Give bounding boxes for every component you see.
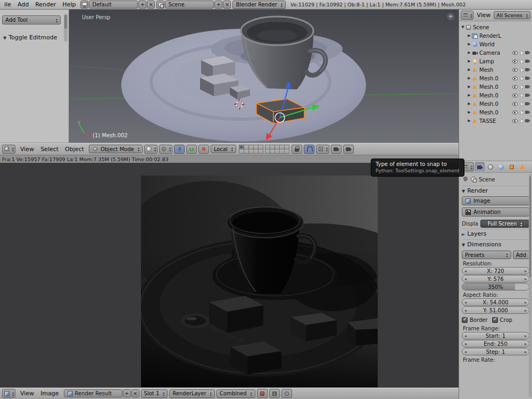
render-image-button[interactable]: Image: [462, 196, 529, 205]
frame-step-field[interactable]: Step: 1: [462, 348, 529, 355]
render-engine-dropdown[interactable]: Blender Render: [232, 1, 286, 9]
lock-to-scene-toggle[interactable]: [292, 145, 302, 154]
renderable-camera-icon[interactable]: [525, 101, 530, 106]
menu-item[interactable]: Add: [14, 1, 32, 8]
menu-item[interactable]: Help: [59, 1, 79, 8]
outliner-row[interactable]: Lamp: [459, 57, 532, 65]
visibility-eye-icon[interactable]: [512, 118, 518, 123]
expand-icon[interactable]: [467, 85, 472, 89]
screen-layout-close-button[interactable]: ×: [147, 1, 155, 9]
image-close-button[interactable]: ×: [131, 389, 139, 397]
image-add-button[interactable]: +: [123, 389, 131, 397]
render-slot-dropdown[interactable]: Slot 1: [141, 389, 168, 398]
selectable-arrow-icon[interactable]: [519, 93, 524, 98]
visibility-eye-icon[interactable]: [512, 76, 518, 81]
uv-image-editor[interactable]: [0, 163, 459, 387]
outliner-row[interactable]: Mesh.0: [459, 91, 532, 99]
selectable-arrow-icon[interactable]: [519, 118, 524, 123]
outliner-row[interactable]: TASSE: [459, 117, 532, 125]
renderable-camera-icon[interactable]: [525, 59, 530, 64]
tab-object[interactable]: [507, 162, 517, 171]
expand-icon[interactable]: [467, 76, 472, 80]
frame-start-field[interactable]: Start: 1: [462, 332, 529, 339]
properties-scrollbar[interactable]: [529, 174, 531, 397]
pin-icon[interactable]: [462, 176, 468, 182]
selectable-arrow-icon[interactable]: [519, 84, 524, 89]
menu-item[interactable]: Render: [32, 1, 59, 8]
expand-icon[interactable]: [467, 59, 472, 63]
selectable-arrow-icon[interactable]: [519, 50, 524, 55]
transform-orientation-dropdown[interactable]: Local: [211, 145, 236, 153]
visibility-eye-icon[interactable]: [512, 110, 518, 115]
outliner-row[interactable]: Camera: [459, 48, 532, 57]
outliner-row[interactable]: Mesh.0: [459, 82, 532, 91]
pivot-point-dropdown[interactable]: [159, 145, 172, 154]
add-tool-dropdown[interactable]: Add Tool: [2, 15, 61, 24]
display-mode-dropdown[interactable]: Full Screen: [480, 220, 529, 228]
outliner-row[interactable]: Mesh.0: [459, 99, 532, 108]
selectable-arrow-icon[interactable]: [519, 76, 524, 81]
opengl-render-anim-button[interactable]: [343, 145, 354, 154]
expand-icon[interactable]: [467, 102, 472, 106]
outliner-row[interactable]: Scene: [459, 23, 532, 31]
layer-cell[interactable]: [284, 149, 289, 154]
expand-icon[interactable]: [467, 93, 472, 97]
selectable-arrow-icon[interactable]: [519, 59, 524, 64]
region-expand-icon[interactable]: [447, 13, 454, 20]
visibility-eye-icon[interactable]: [512, 50, 518, 55]
opengl-render-button[interactable]: [331, 145, 342, 154]
visibility-eye-icon[interactable]: [512, 59, 518, 64]
selectable-arrow-icon[interactable]: [519, 110, 524, 115]
visibility-eye-icon[interactable]: [512, 84, 518, 89]
resolution-x-field[interactable]: X: 720: [462, 267, 529, 275]
menu-item[interactable]: View: [17, 146, 37, 153]
screen-layout-dropdown[interactable]: Default: [89, 1, 138, 9]
expand-icon[interactable]: [467, 42, 472, 46]
menu-item[interactable]: Select: [37, 146, 62, 153]
renderable-camera-icon[interactable]: [525, 110, 530, 115]
crop-checkbox-item[interactable]: Crop: [492, 317, 512, 323]
outliner-row[interactable]: RenderL: [459, 31, 532, 40]
renderable-camera-icon[interactable]: [525, 93, 530, 98]
expand-icon[interactable]: [467, 110, 472, 114]
visibility-eye-icon[interactable]: [512, 67, 518, 72]
preset-add-button[interactable]: Add: [513, 251, 529, 259]
manipulator-scale-toggle[interactable]: [198, 145, 209, 154]
snap-toggle[interactable]: [304, 145, 314, 154]
toggle-editmode-section[interactable]: Toggle Editmode: [3, 34, 57, 41]
frame-end-field[interactable]: End: 250: [462, 340, 529, 347]
snap-element-dropdown[interactable]: [316, 145, 329, 154]
renderable-camera-icon[interactable]: [525, 118, 530, 123]
layer-selector[interactable]: [239, 145, 289, 153]
selectable-arrow-icon[interactable]: [519, 67, 524, 72]
dimensions-section-header[interactable]: Dimensions: [462, 239, 529, 249]
draw-channels-dropdown[interactable]: [269, 389, 280, 398]
crop-checkbox[interactable]: [492, 317, 498, 323]
expand-icon[interactable]: [467, 51, 472, 55]
scene-close-button[interactable]: ×: [223, 1, 231, 9]
border-checkbox-item[interactable]: Border: [462, 317, 488, 323]
render-animation-button[interactable]: Animation: [462, 207, 529, 217]
menu-item[interactable]: ile: [1, 1, 14, 8]
menu-item[interactable]: Image: [37, 390, 62, 397]
scene-add-button[interactable]: +: [214, 1, 222, 9]
render-presets-dropdown[interactable]: Presets: [462, 251, 511, 259]
renderable-camera-icon[interactable]: [525, 67, 530, 72]
viewport-shading-dropdown[interactable]: [144, 145, 157, 154]
manipulator-translate-toggle[interactable]: [174, 145, 185, 154]
tab-scene[interactable]: [486, 162, 495, 171]
aspect-y-field[interactable]: Y: 51.000: [462, 306, 529, 314]
mode-dropdown[interactable]: Object Mode: [89, 145, 143, 153]
menu-item[interactable]: Object: [62, 146, 87, 153]
outliner-row[interactable]: Mesh.0: [459, 74, 532, 82]
expand-icon[interactable]: [467, 68, 472, 72]
image-editor-type-button[interactable]: [2, 389, 15, 398]
outliner-row[interactable]: Mesh: [459, 65, 532, 74]
screen-layout-add-button[interactable]: +: [138, 1, 146, 9]
resolution-y-field[interactable]: Y: 576: [462, 275, 529, 282]
renderable-camera-icon[interactable]: [525, 50, 530, 55]
aspect-x-field[interactable]: X: 54.000: [462, 298, 529, 306]
3d-viewport[interactable]: User Persp (1) Mesh.002 y: [69, 10, 459, 143]
selectable-arrow-icon[interactable]: [519, 101, 524, 106]
render-section-header[interactable]: Render: [462, 186, 529, 195]
